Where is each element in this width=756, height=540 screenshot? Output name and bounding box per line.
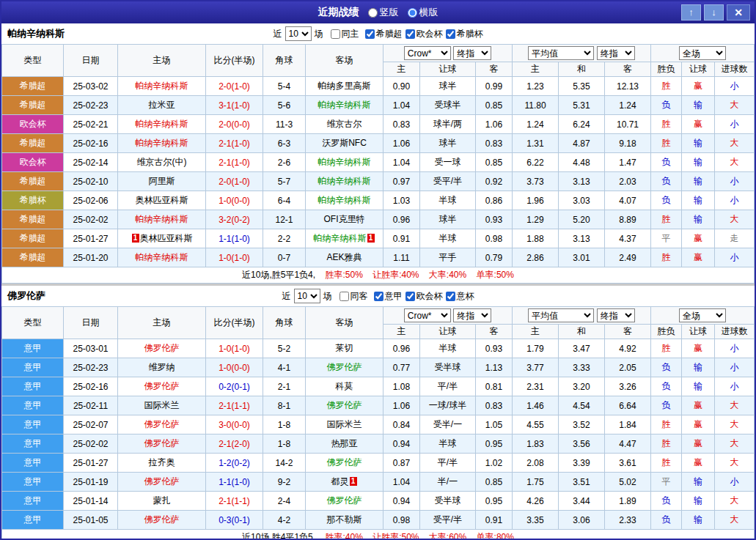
vertical-radio-input[interactable] [368, 8, 378, 18]
away-team-name[interactable]: 沃罗斯NFC [322, 138, 367, 148]
match-row: 意甲 25-01-27 拉齐奥 1-2(0-2) 14-2 佛罗伦萨 0.87 … [2, 454, 755, 473]
same-venue-checkbox[interactable]: 同主 [331, 28, 359, 40]
league-filter-checkbox[interactable]: 意甲 [374, 290, 403, 303]
away-team-name[interactable]: 佛罗伦萨 [327, 362, 362, 372]
league-filter-checkbox[interactable]: 欧会杯 [405, 28, 443, 40]
home-team-name[interactable]: 奥林匹亚科斯 [136, 195, 188, 205]
away-team-name[interactable]: 帕纳辛纳科斯 [314, 233, 367, 243]
avg-select[interactable]: 平均值 [528, 46, 594, 60]
away-team-name[interactable]: 国际米兰 [327, 419, 362, 429]
away-team-name[interactable]: AEK雅典 [326, 252, 362, 262]
close-button[interactable]: ✕ [727, 4, 750, 21]
match-count-select[interactable]: 10 [285, 26, 312, 41]
home-team-name[interactable]: 拉齐奥 [149, 457, 175, 467]
home-team-name[interactable]: 帕纳辛纳科斯 [136, 138, 188, 148]
away-team-name[interactable]: 帕纳辛纳科斯 [318, 195, 371, 205]
league-badge: 意甲 [2, 473, 64, 492]
league-checkbox-input[interactable] [374, 292, 383, 301]
scroll-down-button[interactable]: ↓ [704, 4, 724, 21]
layout-radio-vertical[interactable]: 竖版 [368, 6, 399, 19]
away-team-name[interactable]: 那不勒斯 [327, 514, 362, 525]
home-team-name[interactable]: 蒙扎 [153, 495, 171, 506]
away-team-name[interactable]: 帕纳辛纳科斯 [318, 176, 371, 186]
league-checkbox-label: 意甲 [385, 290, 403, 303]
same-venue-input[interactable] [340, 292, 349, 301]
score-cell: 1-0(1-0) [206, 339, 263, 358]
home-team-name[interactable]: 维京古尔(中) [137, 157, 187, 167]
scroll-up-button[interactable]: ↑ [681, 4, 701, 21]
col-header-score: 比分(半场) [206, 307, 263, 339]
scope-select[interactable]: 全场 [679, 308, 726, 322]
horizontal-radio-input[interactable] [408, 8, 417, 18]
home-team-name[interactable]: 佛罗伦萨 [144, 381, 180, 391]
home-team-name[interactable]: 帕纳辛纳科斯 [136, 81, 188, 91]
home-team-name[interactable]: 佛罗伦萨 [144, 343, 180, 353]
league-checkbox-input[interactable] [365, 29, 375, 39]
league-filter-checkbox[interactable]: 希腊杯 [446, 28, 483, 40]
book-home-odds: 1.03 [383, 191, 420, 210]
book-final-select[interactable]: 终指 [453, 46, 491, 60]
same-venue-checkbox[interactable]: 同客 [340, 290, 368, 303]
league-checkbox-input[interactable] [405, 292, 415, 301]
league-filter-checkbox[interactable]: 意杯 [446, 290, 474, 303]
home-team-name[interactable]: 国际米兰 [144, 400, 180, 410]
home-team-name[interactable]: 佛罗伦萨 [144, 419, 180, 429]
league-checkbox-input[interactable] [405, 29, 415, 39]
league-badge: 意甲 [2, 511, 64, 530]
same-venue-input[interactable] [331, 29, 340, 39]
home-team-name[interactable]: 奥林匹亚科斯 [140, 233, 193, 243]
league-checkbox-input[interactable] [446, 29, 455, 39]
home-team-name[interactable]: 佛罗伦萨 [144, 438, 180, 448]
league-filter-checkbox[interactable]: 欧会杯 [405, 290, 443, 303]
book-home-odds: 1.08 [383, 377, 420, 396]
recent-results-window: 近期战绩 竖版 横版 ↑ ↓ ✕ 帕纳辛纳科斯 近 10 场 [0, 0, 756, 540]
league-filter-checkbox[interactable]: 希腊超 [365, 28, 403, 40]
bookmaker-select[interactable]: Crow* [404, 46, 451, 60]
avg-draw-odds: 3.03 [559, 191, 605, 210]
home-team-name[interactable]: 帕纳辛纳科斯 [136, 119, 188, 129]
away-cell: 帕纳辛纳科斯 [306, 172, 383, 191]
home-team-name[interactable]: 阿里斯 [149, 176, 175, 186]
avg-select[interactable]: 平均值 [528, 308, 594, 322]
home-team-name[interactable]: 拉米亚 [149, 100, 175, 110]
away-team-name[interactable]: 热那亚 [331, 438, 358, 448]
away-team-name[interactable]: 佛罗伦萨 [327, 400, 362, 410]
away-team-name[interactable]: 莱切 [336, 343, 353, 353]
away-team-name[interactable]: 科莫 [336, 381, 353, 391]
red-card-badge: 1 [367, 234, 375, 243]
match-date: 25-03-01 [64, 339, 118, 358]
away-cell: 莱切 [306, 339, 383, 358]
away-team-name[interactable]: 维京古尔 [327, 119, 362, 129]
match-date: 25-02-16 [64, 134, 118, 153]
book-home-odds: 0.90 [383, 77, 420, 96]
home-team-name[interactable]: 帕纳辛纳科斯 [136, 252, 188, 262]
away-team-name[interactable]: 帕纳辛纳科斯 [318, 100, 371, 110]
bookmaker-select[interactable]: Crow* [404, 308, 451, 322]
layout-radio-horizontal[interactable]: 横版 [408, 6, 438, 19]
book-away-odds: 1.13 [476, 358, 513, 377]
match-date: 25-01-19 [64, 473, 118, 492]
book-final-select[interactable]: 终指 [453, 308, 491, 322]
away-team-name[interactable]: 都灵 [331, 476, 349, 487]
league-checkbox-input[interactable] [446, 292, 455, 301]
avg-home-odds: 1.88 [513, 229, 559, 248]
home-team-name[interactable]: 佛罗伦萨 [144, 514, 180, 525]
match-count-select[interactable]: 10 [294, 289, 320, 303]
avg-final-select[interactable]: 终指 [597, 46, 635, 60]
away-team-name[interactable]: 帕纳多里高斯 [318, 81, 371, 91]
home-team-name[interactable]: 帕纳辛纳科斯 [136, 214, 188, 224]
away-team-name[interactable]: 佛罗伦萨 [327, 457, 362, 467]
away-team-name[interactable]: OFI克里特 [324, 214, 365, 224]
home-team-name[interactable]: 维罗纳 [149, 362, 175, 372]
book-home-odds: 0.83 [383, 115, 420, 134]
away-team-name[interactable]: 佛罗伦萨 [327, 495, 362, 506]
book-home-odds: 1.06 [383, 396, 420, 415]
book-home-odds: 0.97 [383, 172, 420, 191]
result-handicap: 赢 [682, 248, 715, 267]
scope-select[interactable]: 全场 [679, 46, 726, 60]
avg-final-select[interactable]: 终指 [597, 308, 635, 322]
home-team-name[interactable]: 佛罗伦萨 [144, 476, 180, 487]
corner-cell: 2-4 [263, 492, 306, 511]
result-handicap: 输 [682, 473, 715, 492]
away-team-name[interactable]: 帕纳辛纳科斯 [318, 157, 371, 167]
